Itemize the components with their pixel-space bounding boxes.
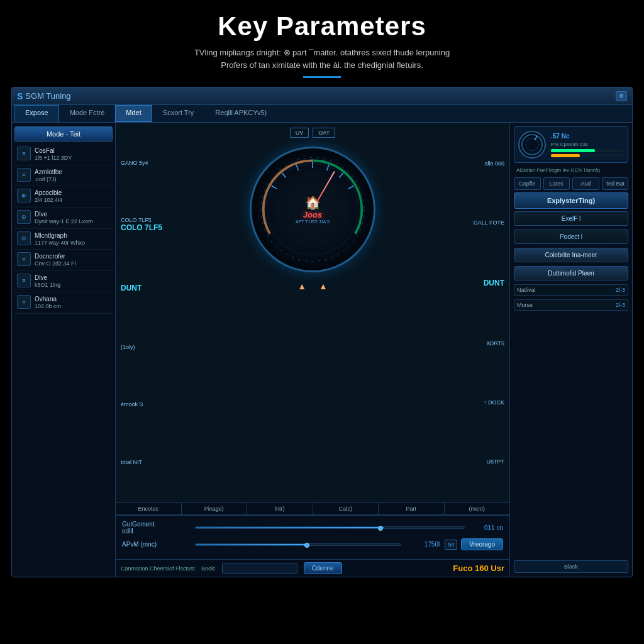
svg-point-10 xyxy=(526,138,538,151)
app-title: SGM Tuning xyxy=(25,91,70,101)
sidebar-icon-6: ≡ xyxy=(17,274,31,287)
param-row-1: APvM (mnc) 1750l 50 Vreorago xyxy=(122,538,503,550)
sidebar-item-4: ⊙ Mlcntlgraph 1177 way-40r Whxo xyxy=(14,229,113,250)
gauge-label-u5tpt: U5TPT xyxy=(404,458,504,465)
nav-tabs: Expose Mode Fctre Mdet Scxort Try Reqlll… xyxy=(12,105,632,123)
podect-btn[interactable]: Podect l xyxy=(514,230,628,244)
duttimofid-btn[interactable]: Duttimofid Pleen xyxy=(514,266,628,280)
gauge-area: GANO 5y4 COLO 7LF5 COLO 7LF5 DUNT (1oly)… xyxy=(116,123,509,502)
instr-bar-row-1 xyxy=(551,154,624,157)
sidebar-item-0: ≡ CosFal 1l5 +1 l12.3DY xyxy=(14,144,113,165)
window-button[interactable]: ⊞ xyxy=(616,91,627,101)
gauge-label-dunt-l: DUNT xyxy=(121,284,221,292)
gauge-label-gall: GALL FOTE xyxy=(404,219,504,226)
header-subtitle-1: TVling mipliangs dnight: ⊗ part ¯maiter.… xyxy=(50,47,594,59)
btn-lates[interactable]: Lates xyxy=(543,177,570,190)
speedometer-ring: 🏠 Joos AFT TJ EG JJA 5 xyxy=(250,147,375,272)
param-row-0: GutGomentodlll 011 cn xyxy=(122,521,503,535)
right-row-btns: Copfle Lates Aud Ted Bat xyxy=(514,177,628,190)
right-param-row-0: Natlival 2l-3 xyxy=(514,284,628,296)
right-param-row-1: Morse 2l-3 xyxy=(514,299,628,311)
sidebar-item-6: ≡ Dlve k5O1 1lng xyxy=(14,271,113,292)
right-top-1: allo 000 xyxy=(404,160,504,167)
instr-bar-fill-0 xyxy=(551,149,595,152)
sidebar-item-2: ⊕ Apcoclble 2l4 102.4l4 xyxy=(14,186,113,208)
gauge-label-colo: COLO 7LF5 COLO 7LF5 xyxy=(121,217,221,232)
sidebar-item-1: ≡ Azmlotlbe .coif (7J) xyxy=(14,165,113,187)
right-instrument: .57 Nc Pre Cprenm Clls xyxy=(514,126,628,163)
sidebar-text-1: Azmlotlbe .coif (7J) xyxy=(35,168,62,184)
colebrite-btn[interactable]: Colebrite Ina-meer xyxy=(514,248,628,262)
svg-line-4 xyxy=(296,165,298,170)
gauge-center-area: UV OAT xyxy=(224,128,401,497)
sidebar-icon-2: ⊕ xyxy=(17,189,31,203)
cdenne-btn[interactable]: Cdenne xyxy=(304,562,342,574)
gauge-sub: AFT TJ EG JJA 5 xyxy=(296,219,330,224)
param-fill-0 xyxy=(196,527,384,528)
status-input[interactable] xyxy=(222,564,297,574)
tab-mode[interactable]: Mode Fctre xyxy=(59,105,116,122)
param-value-1: 1750l xyxy=(405,541,440,548)
sidebar-icon-7: ≡ xyxy=(17,295,31,309)
gauge-right-labels: allo 000 GALL FOTE DUNT àDRT5 ↑ DOCK U5T… xyxy=(404,128,504,497)
exelf-btn[interactable]: ExelF l xyxy=(514,211,628,226)
rpr-value-0: 2l-3 xyxy=(616,287,625,293)
header-section: Key Parameters TVling mipliangs dnight: … xyxy=(0,0,644,87)
instr-bar-track-0 xyxy=(551,149,624,152)
status-highlight: Fuco 160 Usr xyxy=(453,564,504,573)
param-name-0: GutGomentodlll xyxy=(122,521,191,535)
rpr-label-1: Morse xyxy=(517,302,533,308)
tab-reqlll[interactable]: Reqlll APKCYv5) xyxy=(204,105,277,122)
gauge-label-dock: ↑ DOCK xyxy=(404,399,504,406)
svg-point-9 xyxy=(522,135,542,155)
footer-btn-black[interactable]: Black xyxy=(514,560,628,573)
tab-mdet[interactable]: Mdet xyxy=(115,105,152,122)
gauge-brand: Joos xyxy=(296,210,330,219)
instrument-label: Pre Cprenm Clls xyxy=(551,142,624,147)
gauge-label-emook: émook S xyxy=(121,401,221,408)
gauge-tabs: Encotec Pinage) lntr) Catc) Part (mcnt) xyxy=(116,502,509,515)
instrument-sub: ADsdlan PanF9cgm Inv OCN Tlann5) xyxy=(514,165,628,175)
gauge-tab-mcnt[interactable]: (mcnt) xyxy=(445,503,510,514)
sidebar-icon-5: ≡ xyxy=(17,252,31,266)
tab-expose[interactable]: Expose xyxy=(14,105,59,122)
sidebar-item-5: ≡ Docncrofer Cnv O 2d2.34 Fl xyxy=(14,250,113,271)
left-sidebar: Mode - Teit ≡ CosFal 1l5 +1 l12.3DY ≡ Az… xyxy=(12,123,116,577)
sidebar-text-5: Docncrofer Cnv O 2d2.34 Fl xyxy=(35,252,76,268)
gauge-tab-catc[interactable]: Catc) xyxy=(313,503,379,514)
header-underline xyxy=(303,76,341,78)
sidebar-item-3: ⊙ Dlve Dynit way-1 E:22 Lxom xyxy=(14,208,113,229)
vreorago-btn[interactable]: Vreorago xyxy=(461,538,503,550)
gauge-tab-encotec[interactable]: Encotec xyxy=(116,503,182,514)
window-controls: ⊞ xyxy=(616,91,627,101)
mode-teit-btn[interactable]: Mode - Teit xyxy=(14,126,113,142)
tab-scxort[interactable]: Scxort Try xyxy=(152,105,205,122)
instrument-inner xyxy=(519,132,545,158)
sidebar-item-7: ≡ Ovhana 102.0b cm xyxy=(14,292,113,314)
sidebar-icon-1: ≡ xyxy=(17,168,31,182)
explysterting-btn[interactable]: ExplysterTing) xyxy=(514,192,628,209)
btn-copfle[interactable]: Copfle xyxy=(514,177,541,190)
sidebar-text-7: Ovhana 102.0b cm xyxy=(35,295,61,311)
param-slider-0[interactable] xyxy=(195,526,465,529)
param-slider-1[interactable] xyxy=(195,543,401,546)
gauge-tab-pinage[interactable]: Pinage) xyxy=(182,503,248,514)
page-title: Key Parameters xyxy=(50,11,594,42)
btn-ted-bat[interactable]: Ted Bat xyxy=(602,177,629,190)
status-field: Canmation Cheersiof Flsctust xyxy=(121,565,195,572)
warning-right: ▲ xyxy=(319,281,328,291)
gauge-left-labels: GANO 5y4 COLO 7LF5 COLO 7LF5 DUNT (1oly)… xyxy=(121,128,221,497)
gauge-tab-part[interactable]: Part xyxy=(379,503,445,514)
btn-aud[interactable]: Aud xyxy=(572,177,599,190)
indicator-oat: OAT xyxy=(313,128,335,138)
status-input-label: Boolc xyxy=(201,565,216,572)
speedometer: 🏠 Joos AFT TJ EG JJA 5 xyxy=(250,147,375,272)
param-thumb-0 xyxy=(378,526,383,531)
sidebar-text-4: Mlcntlgraph 1177 way-40r Whxo xyxy=(35,231,85,247)
gauge-layout: GANO 5y4 COLO 7LF5 COLO 7LF5 DUNT (1oly)… xyxy=(121,128,504,497)
center-content: GANO 5y4 COLO 7LF5 COLO 7LF5 DUNT (1oly)… xyxy=(116,123,509,577)
rpr-label-0: Natlival xyxy=(517,287,536,293)
rpr-value-1: 2l-3 xyxy=(616,302,625,308)
instr-bar-row-0 xyxy=(551,149,624,152)
gauge-tab-lntr[interactable]: lntr) xyxy=(247,503,313,514)
